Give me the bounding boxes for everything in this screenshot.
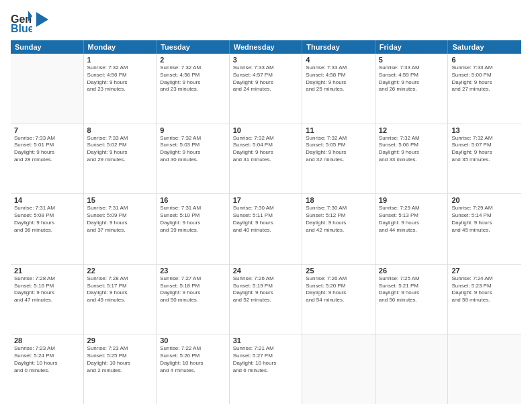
day-info: Sunrise: 7:23 AMSunset: 5:25 PMDaylight:… (87, 345, 153, 374)
calendar-day-24: 24Sunrise: 7:26 AMSunset: 5:19 PMDayligh… (230, 265, 303, 334)
day-number: 22 (87, 267, 153, 275)
day-number: 24 (233, 267, 299, 275)
day-number: 16 (160, 196, 226, 204)
day-number: 17 (233, 196, 299, 204)
day-number: 30 (160, 336, 226, 345)
day-info: Sunrise: 7:23 AMSunset: 5:24 PMDaylight:… (14, 345, 80, 374)
page: General Blue SundayMondayTuesdayWednesda… (0, 0, 532, 411)
day-number: 15 (87, 196, 153, 204)
day-number: 19 (379, 196, 445, 204)
day-info: Sunrise: 7:27 AMSunset: 5:18 PMDaylight:… (160, 275, 226, 304)
logo-arrow-icon (36, 12, 48, 27)
calendar-day-17: 17Sunrise: 7:30 AMSunset: 5:11 PMDayligh… (230, 194, 303, 264)
day-info: Sunrise: 7:22 AMSunset: 5:26 PMDaylight:… (160, 345, 226, 374)
day-number: 21 (14, 267, 80, 275)
calendar-day-empty (302, 334, 375, 404)
day-info: Sunrise: 7:29 AMSunset: 5:13 PMDaylight:… (379, 205, 445, 234)
day-info: Sunrise: 7:28 AMSunset: 5:17 PMDaylight:… (87, 275, 153, 304)
day-info: Sunrise: 7:32 AMSunset: 5:06 PMDaylight:… (379, 135, 445, 164)
calendar-day-8: 8Sunrise: 7:33 AMSunset: 5:02 PMDaylight… (84, 124, 157, 194)
calendar-day-30: 30Sunrise: 7:22 AMSunset: 5:26 PMDayligh… (157, 334, 230, 404)
calendar-day-4: 4Sunrise: 7:33 AMSunset: 4:58 PMDaylight… (302, 54, 375, 124)
day-number: 2 (160, 56, 226, 64)
day-info: Sunrise: 7:31 AMSunset: 5:08 PMDaylight:… (14, 205, 80, 234)
day-info: Sunrise: 7:32 AMSunset: 4:56 PMDaylight:… (87, 64, 153, 93)
day-info: Sunrise: 7:30 AMSunset: 5:11 PMDaylight:… (233, 205, 299, 234)
header-day-tuesday: Tuesday (157, 40, 230, 54)
calendar-day-9: 9Sunrise: 7:32 AMSunset: 5:03 PMDaylight… (157, 124, 230, 194)
day-number: 28 (14, 336, 80, 345)
calendar: SundayMondayTuesdayWednesdayThursdayFrid… (11, 40, 521, 404)
day-number: 26 (379, 267, 445, 275)
calendar-day-3: 3Sunrise: 7:33 AMSunset: 4:57 PMDaylight… (230, 54, 303, 124)
day-info: Sunrise: 7:21 AMSunset: 5:27 PMDaylight:… (233, 345, 299, 374)
day-info: Sunrise: 7:25 AMSunset: 5:21 PMDaylight:… (379, 275, 445, 304)
calendar-day-16: 16Sunrise: 7:31 AMSunset: 5:10 PMDayligh… (157, 194, 230, 264)
day-info: Sunrise: 7:33 AMSunset: 4:58 PMDaylight:… (306, 64, 371, 93)
day-info: Sunrise: 7:32 AMSunset: 5:03 PMDaylight:… (160, 135, 226, 164)
day-number: 3 (233, 56, 299, 64)
day-number: 10 (233, 126, 299, 134)
calendar-header: SundayMondayTuesdayWednesdayThursdayFrid… (11, 40, 521, 54)
day-info: Sunrise: 7:32 AMSunset: 5:04 PMDaylight:… (233, 135, 299, 164)
day-info: Sunrise: 7:33 AMSunset: 5:01 PMDaylight:… (14, 135, 80, 164)
day-number: 27 (451, 267, 518, 275)
calendar-day-28: 28Sunrise: 7:23 AMSunset: 5:24 PMDayligh… (11, 334, 84, 404)
day-number: 25 (306, 267, 371, 275)
day-info: Sunrise: 7:32 AMSunset: 5:05 PMDaylight:… (306, 135, 371, 164)
calendar-body: 1Sunrise: 7:32 AMSunset: 4:56 PMDaylight… (11, 54, 521, 404)
calendar-day-12: 12Sunrise: 7:32 AMSunset: 5:06 PMDayligh… (375, 124, 449, 194)
day-info: Sunrise: 7:33 AMSunset: 5:00 PMDaylight:… (451, 64, 518, 93)
day-number: 5 (379, 56, 445, 64)
calendar-day-6: 6Sunrise: 7:33 AMSunset: 5:00 PMDaylight… (448, 54, 521, 124)
calendar-day-empty (11, 54, 84, 124)
day-number: 4 (306, 56, 371, 64)
day-info: Sunrise: 7:28 AMSunset: 5:16 PMDaylight:… (14, 275, 80, 304)
calendar-day-15: 15Sunrise: 7:31 AMSunset: 5:09 PMDayligh… (84, 194, 157, 264)
calendar-day-10: 10Sunrise: 7:32 AMSunset: 5:04 PMDayligh… (230, 124, 303, 194)
calendar-day-23: 23Sunrise: 7:27 AMSunset: 5:18 PMDayligh… (157, 265, 230, 334)
header-day-sunday: Sunday (11, 40, 84, 54)
calendar-day-27: 27Sunrise: 7:24 AMSunset: 5:23 PMDayligh… (448, 265, 521, 334)
day-info: Sunrise: 7:31 AMSunset: 5:10 PMDaylight:… (160, 205, 226, 234)
day-info: Sunrise: 7:32 AMSunset: 4:56 PMDaylight:… (160, 64, 226, 93)
calendar-week-4: 21Sunrise: 7:28 AMSunset: 5:16 PMDayligh… (11, 265, 521, 335)
day-info: Sunrise: 7:30 AMSunset: 5:12 PMDaylight:… (306, 205, 371, 234)
svg-text:Blue: Blue (11, 23, 32, 34)
calendar-week-1: 1Sunrise: 7:32 AMSunset: 4:56 PMDaylight… (11, 54, 521, 124)
day-info: Sunrise: 7:29 AMSunset: 5:14 PMDaylight:… (451, 205, 518, 234)
day-number: 8 (87, 126, 153, 134)
calendar-day-14: 14Sunrise: 7:31 AMSunset: 5:08 PMDayligh… (11, 194, 84, 264)
calendar-day-empty (448, 334, 521, 404)
calendar-day-29: 29Sunrise: 7:23 AMSunset: 5:25 PMDayligh… (84, 334, 157, 404)
calendar-day-empty (375, 334, 449, 404)
day-number: 14 (14, 196, 80, 204)
header-day-monday: Monday (84, 40, 157, 54)
calendar-day-13: 13Sunrise: 7:32 AMSunset: 5:07 PMDayligh… (448, 124, 521, 194)
day-info: Sunrise: 7:33 AMSunset: 4:57 PMDaylight:… (233, 64, 299, 93)
day-info: Sunrise: 7:26 AMSunset: 5:20 PMDaylight:… (306, 275, 371, 304)
calendar-day-26: 26Sunrise: 7:25 AMSunset: 5:21 PMDayligh… (375, 265, 449, 334)
svg-marker-3 (36, 12, 48, 27)
day-info: Sunrise: 7:32 AMSunset: 5:07 PMDaylight:… (451, 135, 518, 164)
logo-icon: General Blue (11, 11, 32, 35)
calendar-day-11: 11Sunrise: 7:32 AMSunset: 5:05 PMDayligh… (302, 124, 375, 194)
calendar-day-7: 7Sunrise: 7:33 AMSunset: 5:01 PMDaylight… (11, 124, 84, 194)
calendar-day-25: 25Sunrise: 7:26 AMSunset: 5:20 PMDayligh… (302, 265, 375, 334)
day-number: 11 (306, 126, 371, 134)
day-info: Sunrise: 7:33 AMSunset: 5:02 PMDaylight:… (87, 135, 153, 164)
header-day-thursday: Thursday (302, 40, 375, 54)
calendar-week-2: 7Sunrise: 7:33 AMSunset: 5:01 PMDaylight… (11, 124, 521, 195)
calendar-week-5: 28Sunrise: 7:23 AMSunset: 5:24 PMDayligh… (11, 334, 521, 404)
day-number: 13 (451, 126, 518, 134)
calendar-day-19: 19Sunrise: 7:29 AMSunset: 5:13 PMDayligh… (375, 194, 449, 264)
calendar-day-20: 20Sunrise: 7:29 AMSunset: 5:14 PMDayligh… (448, 194, 521, 264)
day-number: 29 (87, 336, 153, 345)
calendar-week-3: 14Sunrise: 7:31 AMSunset: 5:08 PMDayligh… (11, 194, 521, 265)
header-day-saturday: Saturday (448, 40, 521, 54)
calendar-day-2: 2Sunrise: 7:32 AMSunset: 4:56 PMDaylight… (157, 54, 230, 124)
day-number: 18 (306, 196, 371, 204)
day-info: Sunrise: 7:24 AMSunset: 5:23 PMDaylight:… (451, 275, 518, 304)
day-number: 12 (379, 126, 445, 134)
day-info: Sunrise: 7:31 AMSunset: 5:09 PMDaylight:… (87, 205, 153, 234)
